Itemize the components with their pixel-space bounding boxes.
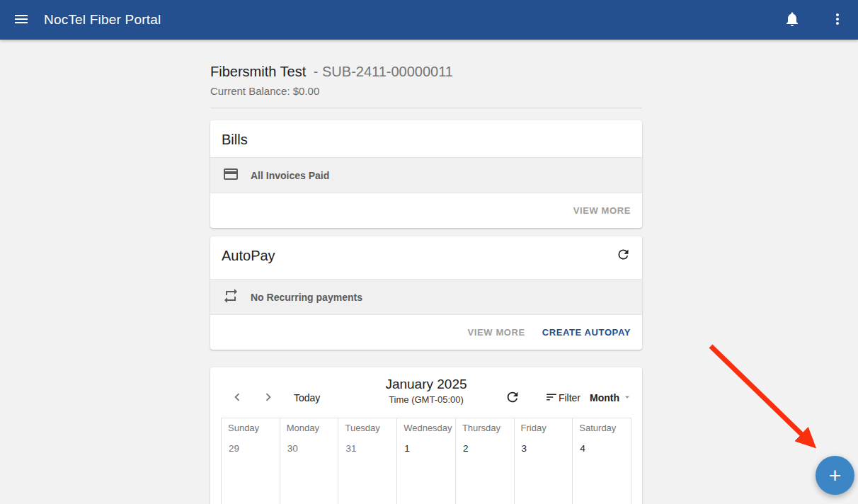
weekday-header: Saturday — [573, 418, 631, 437]
calendar-prev-button[interactable] — [229, 389, 246, 406]
date-number: 4 — [580, 443, 585, 454]
date-number: 30 — [287, 443, 298, 454]
calendar-date-cell[interactable]: 31 — [338, 437, 397, 504]
date-number: 29 — [229, 443, 239, 454]
account-header: Fibersmith Test - SUB-2411-00000011 Curr… — [210, 40, 642, 108]
autopay-card: AutoPay No Recurring payments VIEW MORE … — [210, 236, 642, 350]
autopay-view-more-button[interactable]: VIEW MORE — [468, 327, 525, 338]
bills-view-more-button[interactable]: VIEW MORE — [573, 205, 631, 216]
calendar-viewmode-label: Month — [590, 392, 619, 403]
calendar-grid: Sunday Monday Tuesday Wednesday Thursday… — [221, 418, 631, 504]
bell-icon — [784, 11, 801, 30]
calendar-card: Today January 2025 Time (GMT-05:00) Filt… — [210, 367, 642, 504]
date-number: 2 — [463, 443, 469, 454]
account-title-line: Fibersmith Test - SUB-2411-00000011 — [210, 63, 642, 81]
app-bar: NocTel Fiber Portal — [0, 0, 858, 40]
weekday-header: Monday — [280, 418, 339, 437]
calendar-filter-button[interactable]: Filter — [545, 388, 580, 408]
calendar-week-row: 29 30 31 1 2 3 4 — [222, 437, 631, 504]
calendar-toolbar: Today January 2025 Time (GMT-05:00) Filt… — [210, 367, 642, 418]
calendar-date-cell[interactable]: 3 — [515, 437, 573, 504]
account-name: Fibersmith Test — [210, 64, 306, 79]
calendar-date-cell[interactable]: 4 — [573, 437, 631, 504]
caret-down-icon — [622, 392, 632, 404]
calendar-today-button[interactable]: Today — [284, 386, 330, 410]
create-autopay-button[interactable]: CREATE AUTOPAY — [542, 327, 631, 338]
bills-card-title: Bills — [222, 131, 248, 149]
repeat-icon — [222, 287, 239, 307]
date-number: 31 — [345, 443, 356, 454]
chevron-right-icon — [261, 389, 276, 407]
calendar-date-cell[interactable]: 30 — [280, 437, 339, 504]
calendar-date-cell[interactable]: 29 — [222, 437, 280, 504]
main-content: Fibersmith Test - SUB-2411-00000011 Curr… — [210, 40, 642, 504]
autopay-card-title: AutoPay — [222, 247, 275, 265]
subscription-id: - SUB-2411-00000011 — [314, 64, 453, 79]
menu-button[interactable] — [7, 6, 35, 34]
autopay-refresh-button[interactable] — [616, 247, 631, 264]
bills-status-text: All Invoices Paid — [251, 170, 329, 181]
notifications-button[interactable] — [778, 6, 806, 34]
more-options-button[interactable] — [823, 6, 852, 34]
bills-card: Bills All Invoices Paid VIEW MORE — [210, 120, 642, 228]
calendar-viewmode-dropdown[interactable]: Month — [590, 388, 632, 408]
autopay-status-text: No Recurring payments — [251, 292, 362, 303]
app-title: NocTel Fiber Portal — [44, 12, 161, 28]
calendar-date-cell[interactable]: 1 — [397, 437, 456, 504]
refresh-icon — [616, 247, 631, 264]
weekday-header: Tuesday — [338, 418, 397, 437]
credit-card-icon — [222, 166, 239, 185]
calendar-date-cell[interactable]: 2 — [456, 437, 515, 504]
hamburger-menu-icon — [13, 11, 30, 30]
weekday-header: Thursday — [456, 418, 515, 437]
weekday-header: Wednesday — [397, 418, 456, 437]
weekday-header: Sunday — [222, 418, 280, 437]
kebab-icon — [829, 11, 846, 30]
sort-lines-icon — [545, 391, 558, 406]
plus-icon: + — [829, 465, 842, 486]
red-annotation-arrow — [697, 336, 828, 460]
date-number: 3 — [522, 443, 527, 454]
header-divider — [210, 108, 642, 108]
bills-status-row: All Invoices Paid — [210, 157, 642, 193]
current-balance: Current Balance: $0.00 — [210, 84, 642, 98]
calendar-weekday-row: Sunday Monday Tuesday Wednesday Thursday… — [222, 418, 631, 437]
refresh-icon — [505, 389, 520, 407]
autopay-status-row: No Recurring payments — [210, 279, 642, 315]
calendar-filter-label: Filter — [559, 392, 580, 403]
calendar-next-button[interactable] — [260, 389, 277, 406]
add-fab-button[interactable]: + — [816, 456, 854, 495]
calendar-refresh-button[interactable] — [504, 389, 521, 406]
chevron-left-icon — [229, 389, 245, 407]
weekday-header: Friday — [515, 418, 573, 437]
date-number: 1 — [404, 443, 410, 454]
